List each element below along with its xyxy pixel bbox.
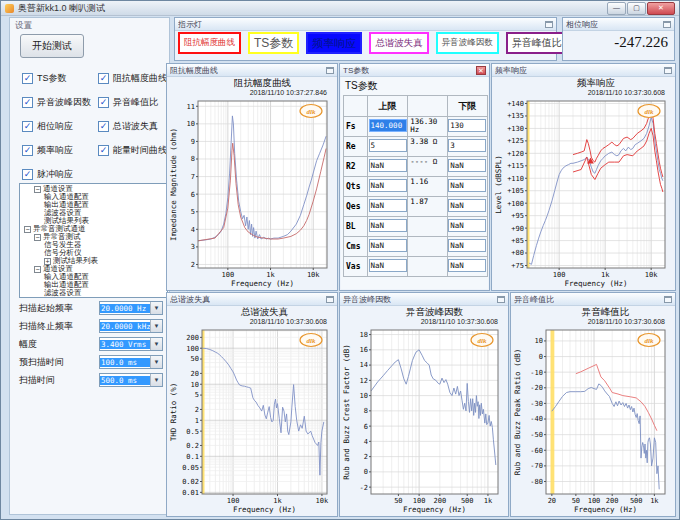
svg-text:Impedance Magnitude (ohm): Impedance Magnitude (ohm)	[169, 128, 178, 241]
restore-icon[interactable]	[664, 67, 672, 74]
ts-upper-input-Qes[interactable]: NaN	[369, 199, 407, 212]
tree-item-3[interactable]: 滤波器设置	[20, 209, 167, 217]
svg-text:+100: +100	[507, 200, 524, 208]
ts-upper-input-Re[interactable]: 5	[369, 139, 407, 152]
chevron-down-icon[interactable]: ▼	[150, 302, 162, 314]
sweep-field-row: 扫描起始频率20.0000 Hz▼	[19, 299, 171, 317]
chevron-down-icon[interactable]: ▼	[150, 320, 162, 332]
title-bar: 奥普新kk1.0 喇叭测试 — ▢ ✕	[1, 1, 679, 16]
indicator-button-2[interactable]: 频率响应	[306, 32, 362, 54]
crest-factor-panel: 异音波峰因数 501002005001k-2024681012141618异音波…	[339, 292, 509, 517]
restore-icon[interactable]	[326, 67, 334, 74]
sweep-field-combo-4[interactable]: 500.0 ms▼	[99, 373, 163, 387]
svg-text:Frequency (Hz): Frequency (Hz)	[231, 279, 294, 288]
collapse-icon[interactable]: −	[34, 234, 41, 241]
svg-text:0.02: 0.02	[182, 478, 199, 486]
svg-text:500: 500	[630, 497, 643, 505]
result-checkbox-1[interactable]: ✓阻抗幅度曲线	[98, 72, 170, 85]
checkbox-icon: ✓	[98, 145, 109, 156]
restore-icon[interactable]	[326, 296, 334, 303]
tree-item-13[interactable]: 滤波器设置	[20, 289, 167, 297]
chevron-down-icon[interactable]: ▼	[150, 356, 162, 368]
indicator-button-3[interactable]: 总谐波失真	[369, 32, 429, 54]
sweep-field-combo-2[interactable]: 3.400 Vrms▼	[99, 337, 163, 351]
tree-item-1[interactable]: 输入通道配置	[20, 193, 167, 201]
result-checkbox-6[interactable]: ✓频率响应	[22, 144, 98, 157]
svg-text:频率响应: 频率响应	[577, 77, 616, 88]
svg-text:+135: +135	[507, 112, 524, 120]
indicator-button-4[interactable]: 异音波峰因数	[436, 32, 499, 54]
restore-icon[interactable]	[663, 21, 671, 28]
ts-lower-input-Re[interactable]: 3	[448, 139, 486, 152]
close-icon[interactable]: ✕	[476, 66, 486, 75]
ts-upper-input-Cms[interactable]: NaN	[369, 239, 407, 252]
svg-text:+90: +90	[511, 225, 524, 233]
sweep-field-combo-1[interactable]: 20.0000 kHz▼	[99, 319, 163, 333]
result-checkbox-8[interactable]: ✓脉冲响应	[22, 168, 98, 181]
restore-icon[interactable]	[545, 21, 553, 28]
tree-item-12[interactable]: 输出通道配置	[20, 281, 167, 289]
ts-upper-input-R2[interactable]: NaN	[369, 159, 407, 172]
result-checkbox-0[interactable]: ✓TS参数	[22, 72, 98, 85]
maximize-button[interactable]: ▢	[627, 2, 646, 15]
svg-text:dlk: dlk	[307, 337, 316, 345]
checkbox-label: 能量时间曲线	[113, 144, 167, 157]
indicator-button-0[interactable]: 阻抗幅度曲线	[178, 32, 241, 54]
chevron-down-icon[interactable]: ▼	[150, 374, 162, 386]
result-checkbox-3[interactable]: ✓异音峰值比	[98, 96, 170, 109]
sweep-field-combo-3[interactable]: 100.0 ms▼	[99, 355, 163, 369]
ts-lower-input-Qts[interactable]: NaN	[448, 179, 486, 192]
ts-upper-input-Vas[interactable]: NaN	[369, 259, 407, 272]
channel-tree[interactable]: −通道设置输入通道配置输出通道配置滤波器设置测试结果列表−异常音测试通道−异常音…	[19, 183, 168, 298]
result-checkbox-4[interactable]: ✓相位响应	[22, 120, 98, 133]
tree-item-6[interactable]: −异常音测试	[20, 233, 167, 241]
indicator-button-5[interactable]: 异音峰值比	[506, 32, 568, 54]
minimize-button[interactable]: —	[607, 2, 626, 15]
svg-text:10: 10	[187, 120, 195, 128]
start-test-button[interactable]: 开始测试	[20, 34, 84, 58]
result-checkbox-2[interactable]: ✓异音波峰因数	[22, 96, 98, 109]
ts-upper-input-Fs[interactable]: 140.000	[369, 119, 407, 132]
sweep-field-label: 预扫描时间	[19, 356, 99, 369]
sweep-field-row: 扫描时间500.0 ms▼	[19, 371, 171, 389]
restore-icon[interactable]	[664, 296, 672, 303]
svg-text:Frequency (Hz): Frequency (Hz)	[403, 505, 466, 514]
close-button[interactable]: ✕	[647, 2, 675, 15]
collapse-icon[interactable]: −	[34, 186, 41, 193]
chevron-down-icon[interactable]: ▼	[150, 338, 162, 350]
ts-upper-input-BL[interactable]: NaN	[369, 219, 407, 232]
tree-item-7[interactable]: 信号发生器	[20, 241, 167, 249]
ts-measured-Vas	[408, 257, 447, 277]
sweep-field-label: 扫描时间	[19, 374, 99, 387]
tree-item-10[interactable]: −通道设置	[20, 265, 167, 273]
indicator-button-1[interactable]: TS参数	[248, 32, 299, 54]
restore-icon[interactable]	[497, 296, 505, 303]
tree-item-11[interactable]: 输入通道配置	[20, 273, 167, 281]
ts-lower-input-R2[interactable]: NaN	[448, 159, 486, 172]
result-checkbox-7[interactable]: ✓能量时间曲线	[98, 144, 170, 157]
ts-row-Re: Re53.38 Ω3	[344, 137, 488, 157]
collapse-icon[interactable]: −	[24, 226, 31, 233]
ts-lower-input-BL[interactable]: NaN	[448, 219, 486, 232]
svg-text:总谐波失真: 总谐波失真	[241, 306, 289, 317]
impedance-panel: 阻抗幅度曲线 1001k10k234567891011阻抗幅度曲线2018/11…	[166, 63, 338, 291]
svg-text:100: 100	[227, 497, 240, 505]
ts-lower-input-Cms[interactable]: NaN	[448, 239, 486, 252]
ts-lower-input-Fs[interactable]: 130	[448, 119, 486, 132]
svg-text:5: 5	[195, 391, 199, 399]
impedance-chart: 1001k10k234567891011阻抗幅度曲线2018/11/10 10:…	[168, 77, 336, 289]
sweep-field-combo-0[interactable]: 20.0000 Hz▼	[99, 301, 163, 315]
ts-lower-input-Vas[interactable]: NaN	[448, 259, 486, 272]
ts-row-Qts: QtsNaN1.16NaN	[344, 177, 488, 197]
svg-text:100: 100	[588, 497, 601, 505]
collapse-icon[interactable]: −	[34, 266, 41, 273]
result-checkbox-5[interactable]: ✓总谐波失真	[98, 120, 170, 133]
svg-text:10k: 10k	[645, 271, 658, 279]
ts-table-title: TS参数	[341, 77, 488, 95]
svg-text:-20: -20	[530, 384, 543, 392]
tree-item-2[interactable]: 输出通道配置	[20, 201, 167, 209]
ts-col-lower: 下限	[447, 96, 487, 117]
tree-item-0[interactable]: −通道设置	[20, 185, 167, 193]
ts-upper-input-Qts[interactable]: NaN	[369, 179, 407, 192]
ts-lower-input-Qes[interactable]: NaN	[448, 199, 486, 212]
